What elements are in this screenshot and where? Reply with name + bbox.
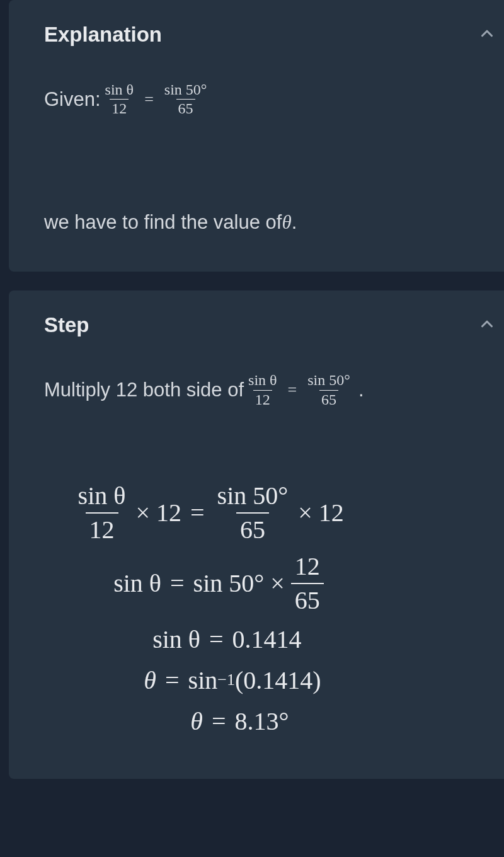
equation-row-2: sin θ = sin 50° × 12 65: [44, 554, 504, 613]
times-sign: ×: [270, 568, 285, 598]
worked-solution: sin θ 12 × 12 = sin 50° 65 × 12 sin θ = …: [44, 483, 504, 736]
given-label: Given:: [44, 88, 101, 111]
equals-sign: =: [288, 381, 297, 400]
times-sign: ×: [298, 498, 312, 527]
fraction-sin-theta-12: sin θ 12: [246, 372, 279, 407]
explanation-card: Explanation Given: sin θ 12 = sin 50° 65…: [9, 0, 504, 272]
fraction: sin 50° 65: [214, 483, 292, 543]
equals-sign: =: [190, 498, 205, 527]
step-instruction: Multiply 12 both side of sin θ 12 = sin …: [44, 372, 504, 407]
equals-sign: =: [165, 665, 180, 695]
fraction: sin θ 12: [74, 483, 130, 543]
fraction-sin-theta-12: sin θ 12: [103, 82, 136, 117]
equation-row-3: sin θ = 0.1414: [44, 624, 504, 654]
step-title: Step: [44, 313, 504, 337]
collapse-icon[interactable]: [478, 314, 496, 333]
task-statement: we have to find the value of θ .: [44, 211, 504, 234]
fraction-sin50-65: sin 50° 65: [163, 82, 209, 117]
times-sign: ×: [135, 498, 150, 527]
fraction: 12 65: [291, 554, 324, 613]
equation-row-1: sin θ 12 × 12 = sin 50° 65 × 12: [44, 483, 504, 543]
equation-row-4: θ = sin−1(0.1414): [44, 665, 504, 695]
equals-sign: =: [144, 90, 154, 109]
given-equation: Given: sin θ 12 = sin 50° 65: [44, 82, 504, 117]
collapse-icon[interactable]: [478, 24, 496, 43]
explanation-title: Explanation: [44, 23, 504, 47]
equals-sign: =: [209, 624, 224, 654]
equals-sign: =: [212, 706, 226, 736]
fraction-sin50-65: sin 50° 65: [306, 372, 352, 407]
theta-variable: θ: [282, 211, 291, 234]
equation-row-5: θ = 8.13°: [44, 706, 504, 736]
step-card: Step Multiply 12 both side of sin θ 12 =…: [9, 290, 504, 778]
equals-sign: =: [170, 568, 185, 598]
